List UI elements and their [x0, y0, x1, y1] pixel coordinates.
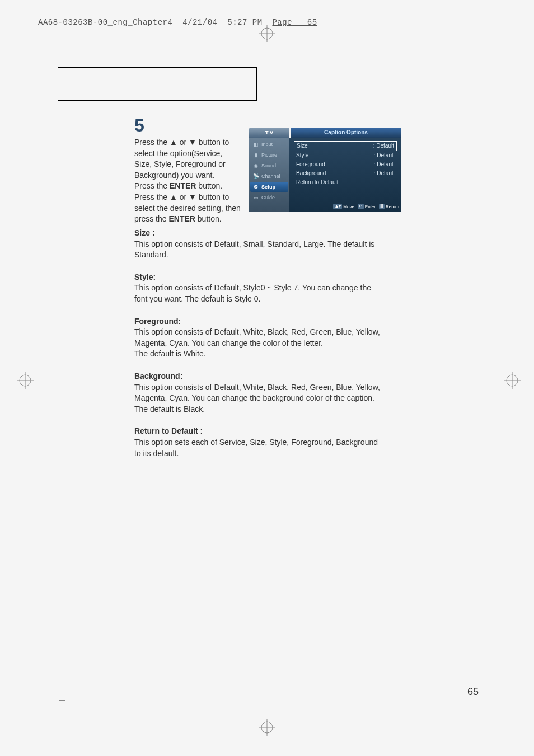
enter-icon: ↵ [358, 204, 364, 209]
osd-tab-input[interactable]: ◧ Input [250, 139, 288, 149]
osd-tab-label: Guide [261, 195, 275, 200]
updown-icon: ▲▾ [333, 204, 342, 209]
guide-icon: ▭ [252, 194, 259, 201]
definition-body: This option consists of Default, White, … [134, 327, 380, 358]
definitions-section: Size : This option consists of Default, … [134, 228, 381, 470]
osd-panel: T V Caption Options ◧ Input ▮ Picture ◉ … [249, 128, 401, 212]
osd-tv-label: T V [249, 128, 289, 138]
registration-mark-icon [504, 372, 521, 389]
osd-main: Size : Default Style : Default Foregroun… [289, 138, 401, 212]
input-icon: ◧ [252, 141, 259, 148]
osd-tab-label: Picture [261, 152, 277, 158]
osd-footer-return: Ⅲ Return [379, 204, 399, 209]
osd-tab-label: Setup [261, 184, 275, 190]
step-line2-pre: Press the [134, 181, 170, 190]
osd-row-value: : Default [374, 152, 395, 159]
channel-icon: 📡 [252, 173, 259, 180]
definition-return-default: Return to Default : This option sets eac… [134, 426, 381, 459]
definition-title: Foreground: [134, 317, 181, 326]
osd-row-label: Foreground [296, 161, 325, 168]
osd-footer: ▲▾ Move ↵ Enter Ⅲ Return [333, 204, 399, 209]
setup-icon: ⚙ [252, 184, 259, 190]
osd-tab-setup[interactable]: ⚙ Setup [250, 182, 288, 192]
osd-row-label: Return to Default [296, 179, 339, 186]
osd-row-value: : Default [373, 142, 394, 150]
header-filename: AA68-03263B-00_eng_Chapter4 [38, 18, 172, 27]
osd-row-foreground[interactable]: Foreground : Default [294, 160, 397, 169]
picture-icon: ▮ [252, 152, 259, 158]
sound-icon: ◉ [252, 162, 259, 169]
header-time: 5:27 PM [227, 18, 262, 27]
step-line1: Press the ▲ or ▼ button to select the op… [134, 138, 229, 180]
definition-body: This option consists of Default, White, … [134, 383, 380, 414]
osd-row-background[interactable]: Background : Default [294, 169, 397, 178]
osd-tab-label: Sound [261, 163, 276, 168]
osd-tab-channel[interactable]: 📡 Channel [250, 171, 288, 181]
osd-tab-sound[interactable]: ◉ Sound [250, 161, 288, 171]
osd-footer-move: ▲▾ Move [333, 204, 354, 209]
osd-row-size[interactable]: Size : Default [294, 141, 397, 151]
definition-body: This option consists of Default, Small, … [134, 240, 374, 260]
definition-title: Style: [134, 273, 156, 281]
header-page-num: 65 [307, 18, 317, 27]
step-line3-post: button. [195, 214, 222, 223]
osd-tab-picture[interactable]: ▮ Picture [250, 150, 288, 160]
osd-row-label: Style [296, 152, 308, 159]
osd-footer-move-label: Move [343, 204, 354, 209]
step-instructions: Press the ▲ or ▼ button to select the op… [134, 137, 241, 225]
step-line3-bold: ENTER [168, 214, 195, 223]
osd-sidebar: ◧ Input ▮ Picture ◉ Sound 📡 Channel ⚙ Se… [249, 138, 289, 212]
osd-title: Caption Options [291, 128, 401, 138]
definition-title: Return to Default : [134, 426, 203, 435]
definition-body: This option consists of Default, Style0 … [134, 283, 371, 303]
header-box [58, 67, 257, 101]
definition-size: Size : This option consists of Default, … [134, 228, 381, 261]
osd-footer-enter: ↵ Enter [358, 204, 376, 209]
osd-header: T V Caption Options [249, 128, 401, 138]
definition-title: Background: [134, 372, 182, 381]
osd-tab-guide[interactable]: ▭ Guide [250, 192, 288, 203]
osd-row-style[interactable]: Style : Default [294, 151, 397, 160]
definition-foreground: Foreground: This option consists of Defa… [134, 316, 381, 360]
osd-row-value: : Default [374, 170, 395, 177]
definition-background: Background: This option consists of Defa… [134, 371, 381, 415]
osd-row-value: : Default [374, 161, 395, 168]
registration-mark-icon [17, 372, 34, 389]
step-line2-post: button. [196, 181, 222, 190]
osd-footer-enter-label: Enter [365, 204, 376, 209]
page-number: 65 [467, 686, 479, 698]
registration-mark-icon [259, 25, 275, 42]
definition-title: Size : [134, 228, 155, 237]
definition-style: Style: This option consists of Default, … [134, 272, 381, 305]
return-icon: Ⅲ [379, 204, 385, 209]
osd-tab-label: Channel [261, 173, 280, 179]
osd-row-return-default[interactable]: Return to Default [294, 178, 397, 187]
osd-row-label: Background [296, 170, 326, 177]
definition-body: This option sets each of Service, Size, … [134, 438, 378, 458]
step-line2-bold: ENTER [170, 181, 196, 190]
osd-tab-label: Input [261, 142, 273, 147]
header-date: 4/21/04 [182, 18, 217, 27]
osd-footer-return-label: Return [386, 204, 399, 209]
osd-body: ◧ Input ▮ Picture ◉ Sound 📡 Channel ⚙ Se… [249, 138, 401, 212]
registration-mark-icon [259, 719, 275, 736]
osd-row-label: Size [297, 142, 307, 150]
